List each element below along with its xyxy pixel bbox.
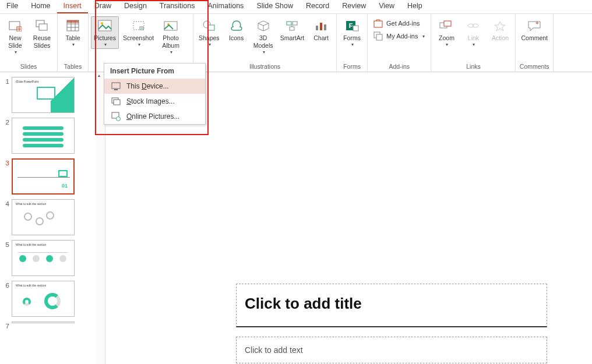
slide-number: 1 (0, 77, 9, 85)
reuse-slides-button[interactable]: Reuse Slides (29, 16, 55, 51)
group-forms: F Forms▾ Forms (337, 14, 368, 72)
slide-thumbnail-7[interactable] (12, 321, 75, 323)
svg-rect-33 (374, 21, 382, 27)
menu-tabs: File Home Insert Draw Design Transitions… (0, 0, 592, 14)
dropdown-header: Insert Picture From (104, 63, 205, 79)
group-forms-label: Forms (339, 62, 365, 72)
forms-label: Forms (343, 34, 361, 42)
svg-rect-24 (293, 22, 297, 25)
photo-album-label: Photo Album (162, 34, 179, 50)
tab-view[interactable]: View (372, 0, 401, 13)
group-addins-label: Add-ins (370, 62, 428, 72)
tab-file[interactable]: File (0, 0, 24, 13)
chevron-down-icon: ▾ (72, 42, 75, 47)
icons-label: Icons (229, 34, 244, 42)
group-links: Zoom▾ Link▾ Action Links (431, 14, 516, 72)
zoom-button[interactable]: Zoom▾ (434, 16, 459, 49)
pictures-button[interactable]: Pictures▾ (91, 16, 119, 49)
thumb-row[interactable]: 4 What to edit the section (0, 199, 94, 235)
chevron-down-icon: ▾ (138, 42, 140, 47)
action-label: Action (492, 34, 509, 42)
table-icon (66, 18, 79, 33)
scroll-up-icon[interactable]: ▴ (98, 73, 100, 78)
3d-models-label: 3D Models (253, 34, 273, 50)
svg-rect-20 (208, 25, 214, 30)
slide-thumbnails[interactable]: 1 iSlide PowerPoint 2 3 01 4 What to edi… (0, 72, 96, 364)
get-addins-button[interactable]: Get Add-ins (370, 17, 428, 29)
photo-album-icon (164, 18, 178, 33)
link-button[interactable]: Link▾ (460, 16, 486, 49)
chevron-down-icon: ▾ (263, 50, 265, 55)
title-placeholder[interactable]: Click to add title (236, 284, 547, 327)
group-slides-label: Slides (2, 62, 55, 72)
thumb-row[interactable]: 3 01 (0, 158, 94, 195)
svg-text:F: F (349, 22, 353, 29)
table-button[interactable]: Table▾ (60, 16, 86, 49)
chevron-down-icon: ▾ (446, 42, 448, 47)
stock-images-item[interactable]: Stock Images... (104, 94, 205, 109)
tab-help[interactable]: Help (401, 0, 429, 13)
my-addins-label: My Add-ins (386, 33, 418, 40)
tab-record[interactable]: Record (299, 0, 336, 13)
tab-design[interactable]: Design (118, 0, 153, 13)
stock-images-icon (111, 97, 121, 106)
addins-icon (373, 31, 383, 41)
svg-rect-11 (67, 20, 79, 23)
slide-thumbnail-6[interactable]: What to edit the section (12, 281, 75, 317)
chevron-down-icon: ▾ (170, 50, 172, 55)
thumb-row[interactable]: 1 iSlide PowerPoint (0, 77, 94, 113)
chart-icon (314, 18, 328, 33)
chevron-down-icon: ▾ (422, 34, 425, 39)
tab-review[interactable]: Review (336, 0, 372, 13)
my-addins-button[interactable]: My Add-ins ▾ (370, 30, 428, 42)
thumb-row[interactable]: 7 (0, 321, 94, 330)
slide-thumbnail-1[interactable]: iSlide PowerPoint (12, 77, 75, 113)
this-device-item[interactable]: This Device... (104, 79, 205, 94)
shapes-button[interactable]: Shapes▾ (196, 16, 223, 49)
smartart-button[interactable]: SmartArt (277, 16, 307, 44)
tab-transitions[interactable]: Transitions (153, 0, 202, 13)
svg-rect-29 (324, 24, 326, 30)
tab-animations[interactable]: Animations (202, 0, 251, 13)
svg-rect-28 (320, 23, 322, 30)
text-placeholder[interactable]: Click to add text (236, 337, 547, 363)
forms-button[interactable]: F Forms▾ (339, 16, 365, 49)
svg-point-47 (117, 117, 121, 121)
slide-thumbnail-4[interactable]: What to edit the section (12, 199, 75, 235)
photo-album-button[interactable]: Photo Album▾ (158, 16, 184, 56)
chart-label: Chart (313, 34, 329, 42)
new-slide-button[interactable]: New Slide▾ (2, 16, 28, 56)
slide-thumbnail-3[interactable]: 01 (12, 158, 75, 195)
chart-button[interactable]: Chart (308, 16, 334, 44)
3d-models-button[interactable]: 3D Models▾ (251, 16, 276, 56)
group-comments: + Comment Comments (516, 14, 554, 72)
action-button[interactable]: Action (487, 16, 513, 44)
slide-thumbnail-2[interactable] (12, 118, 75, 154)
slide-number: 7 (0, 321, 9, 330)
new-slide-icon (9, 18, 22, 33)
icons-button[interactable]: Icons (224, 16, 249, 44)
tab-home[interactable]: Home (24, 0, 57, 13)
chevron-down-icon: ▾ (209, 42, 211, 47)
get-addins-label: Get Add-ins (386, 20, 420, 27)
svg-point-13 (101, 22, 103, 24)
svg-rect-45 (114, 100, 120, 105)
thumb-row[interactable]: 2 (0, 118, 94, 154)
comment-button[interactable]: + Comment (518, 16, 551, 44)
svg-marker-40 (495, 22, 505, 31)
thumb-row[interactable]: 5 What to edit the section (0, 240, 94, 276)
link-icon (466, 18, 480, 33)
online-pictures-item[interactable]: Online Pictures... (104, 109, 205, 124)
tab-slideshow[interactable]: Slide Show (250, 0, 299, 13)
slide-number: 5 (0, 240, 9, 248)
icons-icon (230, 18, 244, 33)
tab-draw[interactable]: Draw (88, 0, 118, 13)
screenshot-button[interactable]: + Screenshot▾ (120, 16, 157, 49)
store-icon (373, 19, 383, 28)
group-tables: Table▾ Tables (58, 14, 89, 72)
slide-thumbnail-5[interactable]: What to edit the section (12, 240, 75, 276)
svg-rect-23 (287, 22, 291, 25)
tab-insert[interactable]: Insert (57, 0, 88, 13)
thumb-row[interactable]: 6 What to edit the section (0, 281, 94, 317)
svg-text:+: + (535, 20, 539, 26)
